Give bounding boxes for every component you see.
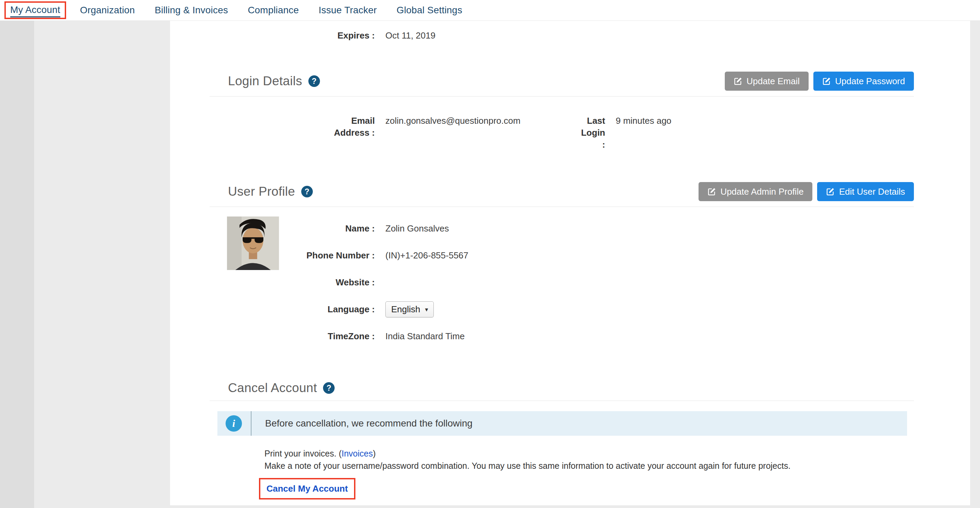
cancel-my-account-link[interactable]: Cancel My Account — [266, 483, 348, 494]
banner-title: Before cancellation, we recommend the fo… — [265, 418, 473, 429]
info-icon: i — [226, 415, 242, 432]
license-expires-row: Expires : Oct 11, 2019 — [170, 21, 970, 41]
timezone-value: India Standard Time — [385, 330, 465, 342]
note-invoices: Print your invoices. (Invoices) — [264, 447, 970, 460]
login-details-title: Login Details ? — [228, 74, 320, 88]
profile-photo — [227, 217, 279, 270]
website-label: Website : — [170, 277, 375, 288]
nav-tab-global-settings[interactable]: Global Settings — [397, 5, 462, 16]
cancel-account-title: Cancel Account ? — [228, 381, 335, 395]
page-gutter — [0, 21, 34, 508]
account-content-card: Expires : Oct 11, 2019 Login Details ? U… — [170, 21, 970, 505]
login-details-header: Login Details ? Update Email Update Pass… — [210, 72, 914, 97]
help-icon[interactable]: ? — [301, 186, 313, 197]
nav-tab-my-account[interactable]: My Account — [10, 5, 60, 18]
profile-row-timezone: TimeZone : India Standard Time — [170, 330, 970, 346]
help-icon[interactable]: ? — [323, 382, 335, 394]
phone-number-value: (IN)+1-206-855-5567 — [385, 250, 469, 261]
edit-user-details-button[interactable]: Edit User Details — [817, 182, 914, 201]
login-details-actions: Update Email Update Password — [725, 72, 914, 91]
profile-row-name: Name : Zolin Gonsalves — [170, 223, 970, 237]
profile-row-language: Language : English ▾ — [170, 303, 970, 318]
highlight-box-cancel-account: Cancel My Account — [259, 478, 355, 500]
edit-icon — [822, 77, 831, 86]
help-icon[interactable]: ? — [309, 75, 320, 87]
last-login-label: Last Login : — [576, 115, 605, 151]
cancel-account-header: Cancel Account ? — [210, 381, 914, 401]
nav-tab-compliance[interactable]: Compliance — [248, 5, 299, 16]
banner-divider — [251, 411, 251, 436]
cancellation-notes: Print your invoices. (Invoices) Make a n… — [264, 447, 970, 472]
user-profile-title: User Profile ? — [228, 185, 313, 199]
update-password-button[interactable]: Update Password — [813, 72, 914, 91]
language-field: English ▾ — [385, 303, 434, 317]
cancellation-info-banner: i Before cancellation, we recommend the … — [217, 411, 907, 436]
profile-row-phone: Phone Number : (IN)+1-206-855-5567 — [170, 250, 970, 264]
chevron-down-icon: ▾ — [425, 306, 428, 314]
user-profile-actions: Update Admin Profile Edit User Details — [698, 182, 914, 201]
user-profile-header: User Profile ? Update Admin Profile Edit… — [210, 182, 914, 207]
update-admin-profile-button[interactable]: Update Admin Profile — [698, 182, 812, 201]
user-profile-rows: Name : Zolin Gonsalves Phone Number : (I… — [170, 223, 970, 346]
name-value: Zolin Gonsalves — [385, 223, 449, 234]
edit-icon — [733, 77, 743, 86]
nav-tab-organization[interactable]: Organization — [80, 5, 135, 16]
last-login-value: 9 minutes ago — [616, 115, 671, 127]
profile-row-website: Website : — [170, 277, 970, 291]
edit-icon — [826, 187, 835, 196]
invoices-link[interactable]: Invoices — [341, 449, 373, 458]
email-address-value: zolin.gonsalves@questionpro.com — [385, 115, 576, 127]
edit-icon — [707, 187, 716, 196]
language-select-value: English — [391, 303, 420, 315]
language-label: Language : — [170, 303, 375, 315]
expires-value: Oct 11, 2019 — [385, 30, 436, 41]
email-address-label: Email Address : — [170, 115, 375, 139]
expires-label: Expires : — [170, 30, 375, 41]
top-navigation: My Account Organization Billing & Invoic… — [0, 0, 980, 21]
language-select[interactable]: English ▾ — [385, 301, 434, 317]
login-details-row: Email Address : zolin.gonsalves@question… — [170, 115, 970, 151]
timezone-label: TimeZone : — [170, 330, 375, 342]
nav-tab-issue-tracker[interactable]: Issue Tracker — [318, 5, 377, 16]
note-credentials: Make a note of your username/password co… — [264, 460, 970, 472]
highlight-box-my-account: My Account — [5, 2, 66, 19]
update-email-button[interactable]: Update Email — [725, 72, 808, 91]
nav-tab-billing-invoices[interactable]: Billing & Invoices — [155, 5, 228, 16]
